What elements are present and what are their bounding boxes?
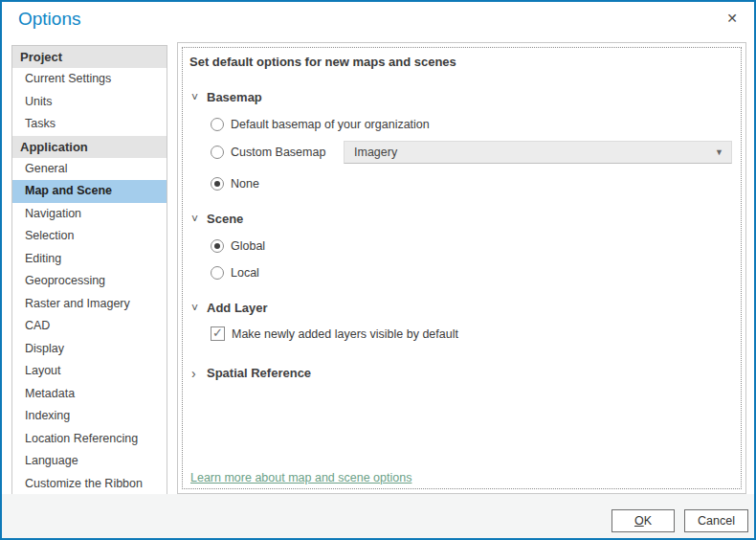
close-button[interactable]: ✕: [722, 8, 743, 29]
sidebar-item-geoprocessing[interactable]: Geoprocessing: [12, 270, 167, 293]
sidebar-item-raster-and-imagery[interactable]: Raster and Imagery: [12, 293, 167, 316]
radio-label: Local: [231, 266, 259, 280]
sidebar-item-current-settings[interactable]: Current Settings: [12, 68, 167, 91]
sidebar-item-units[interactable]: Units: [12, 91, 167, 114]
radio-label[interactable]: Custom Basemap: [231, 146, 344, 159]
section-header-add-layer[interactable]: ˅ Add Layer: [191, 301, 733, 315]
section-title: Scene: [207, 212, 243, 226]
close-icon: ✕: [726, 11, 738, 26]
radio-label: None: [231, 177, 259, 191]
section-title: Basemap: [207, 90, 262, 104]
radio-custom-basemap-row: Custom Basemap Imagery ▼: [211, 141, 733, 164]
settings-nav-list: Project Current Settings Units Tasks App…: [11, 45, 167, 495]
radio-label: Global: [231, 239, 265, 253]
section-header-basemap[interactable]: ˅ Basemap: [191, 90, 733, 104]
section-title: Spatial Reference: [207, 366, 311, 380]
section-header-spatial-reference[interactable]: › Spatial Reference: [191, 366, 733, 380]
sidebar-item-layout[interactable]: Layout: [12, 360, 167, 383]
sidebar-item-display[interactable]: Display: [12, 338, 167, 361]
settings-panel: Set default options for new maps and sce…: [177, 42, 746, 494]
chevron-right-icon: ›: [191, 369, 201, 378]
radio-checked-icon: [211, 239, 224, 253]
radio-checked-icon: [211, 177, 224, 191]
radio-icon: [211, 266, 224, 280]
section-title: Add Layer: [207, 301, 268, 315]
dropdown-arrow-icon: ▼: [715, 147, 723, 157]
section-header-scene[interactable]: ˅ Scene: [191, 212, 733, 226]
dialog-title: Options: [18, 9, 80, 30]
sidebar-item-indexing[interactable]: Indexing: [12, 405, 167, 428]
chevron-down-icon: ˅: [191, 304, 201, 313]
radio-icon[interactable]: [211, 146, 224, 159]
radio-icon: [211, 118, 224, 131]
ok-button[interactable]: OK: [611, 509, 675, 532]
sidebar-item-general[interactable]: General: [12, 158, 167, 181]
chevron-down-icon: ˅: [191, 214, 201, 224]
sidebar-item-selection[interactable]: Selection: [12, 225, 167, 248]
radio-label: Default basemap of your organization: [231, 118, 430, 131]
options-dialog: Options ✕ Project Current Settings Units…: [0, 0, 756, 540]
page-title: Set default options for new maps and sce…: [189, 55, 733, 69]
nav-group-project: Project: [12, 46, 167, 68]
basemap-dropdown[interactable]: Imagery ▼: [344, 141, 732, 164]
radio-global[interactable]: Global: [211, 239, 733, 253]
sidebar-item-map-and-scene[interactable]: Map and Scene: [12, 180, 167, 203]
chevron-down-icon: ˅: [191, 93, 201, 102]
learn-more-link[interactable]: Learn more about map and scene options: [190, 471, 411, 484]
sidebar-item-metadata[interactable]: Metadata: [12, 383, 167, 406]
radio-default-basemap[interactable]: Default basemap of your organization: [211, 118, 733, 131]
sidebar-item-location-referencing[interactable]: Location Referencing: [12, 428, 167, 451]
sidebar-item-language[interactable]: Language: [12, 450, 167, 473]
radio-none[interactable]: None: [211, 177, 733, 191]
settings-panel-focus-rect: Set default options for new maps and sce…: [182, 47, 742, 489]
sidebar-item-cad[interactable]: CAD: [12, 315, 167, 338]
cancel-button[interactable]: Cancel: [684, 509, 748, 532]
checkbox-label: Make newly added layers visible by defau…: [232, 327, 458, 341]
sidebar-item-navigation[interactable]: Navigation: [12, 203, 167, 226]
nav-group-application: Application: [12, 136, 167, 158]
checkbox-make-layers-visible[interactable]: ✓ Make newly added layers visible by def…: [211, 326, 733, 341]
sidebar-item-customize-the-ribbon[interactable]: Customize the Ribbon: [12, 473, 167, 496]
checkbox-checked-icon: ✓: [211, 326, 225, 341]
radio-local[interactable]: Local: [211, 266, 733, 280]
basemap-dropdown-value: Imagery: [354, 146, 715, 159]
sidebar-item-tasks[interactable]: Tasks: [12, 113, 167, 136]
sidebar-item-editing[interactable]: Editing: [12, 248, 167, 271]
footer-bar: OK Cancel: [2, 494, 754, 538]
